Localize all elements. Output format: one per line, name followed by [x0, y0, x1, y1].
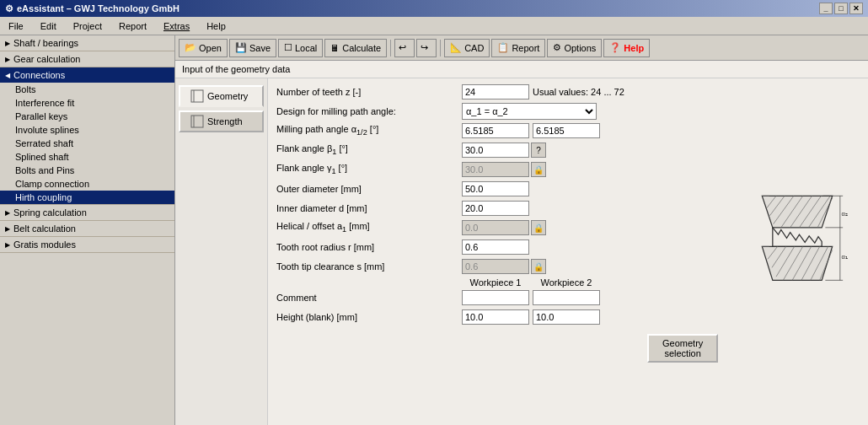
sidebar-section-belt: ▶ Belt calculation	[0, 221, 174, 237]
height1-input[interactable]	[462, 309, 529, 325]
inner-diameter-input[interactable]	[462, 201, 529, 216]
report-button[interactable]: 📋 Report	[491, 39, 545, 57]
sidebar-item-spring-calculation[interactable]: ▶ Spring calculation	[0, 205, 174, 220]
sidebar-item-serrated-shaft[interactable]: Serrated shaft	[0, 137, 174, 150]
helical-offset-input[interactable]	[462, 220, 529, 235]
comment1-input[interactable]	[462, 290, 529, 305]
milling-path-input2[interactable]	[533, 123, 600, 138]
helical-offset-label: Helical / offset a1 [mm]	[276, 221, 462, 234]
sidebar-item-hirth-coupling[interactable]: Hirth coupling	[0, 191, 174, 204]
milling-path-row: Milling path angle α1/2 [°]	[276, 122, 718, 139]
sidebar-item-gratis-modules[interactable]: ▶ Gratis modules	[0, 237, 174, 252]
helical-offset-row: Helical / offset a1 [mm] 🔒	[276, 219, 718, 236]
flank-angle-g-input[interactable]	[462, 162, 529, 177]
sidebar-item-belt-calculation[interactable]: ▶ Belt calculation	[0, 221, 174, 236]
arrow-icon: ▶	[5, 209, 10, 217]
tooth-root-radius-label: Tooth root radius r [mm]	[276, 242, 462, 252]
separator-1	[390, 40, 391, 56]
menu-project[interactable]: Project	[68, 19, 107, 33]
outer-diameter-row: Outer diameter [mm]	[276, 180, 718, 197]
num-teeth-row: Number of teeth z [-] Usual values: 24 .…	[276, 83, 718, 100]
tooth-root-radius-input[interactable]	[462, 239, 529, 255]
sidebar-item-connections[interactable]: ◀ Connections	[0, 67, 174, 83]
maximize-button[interactable]: □	[834, 3, 848, 14]
flank-angle-b-row: Flank angle β1 [°] ?	[276, 142, 718, 159]
tooth-tip-clearance-input[interactable]	[462, 259, 529, 274]
outer-diameter-label: Outer diameter [mm]	[276, 184, 462, 194]
sidebar-section-connections: ◀ Connections Bolts Interference fit Par…	[0, 67, 174, 205]
local-button[interactable]: ☐ Local	[278, 39, 323, 57]
height-blank-label: Height (blank) [mm]	[276, 312, 462, 322]
hirth-cad-svg: α₂ α₁	[734, 189, 860, 315]
num-teeth-input[interactable]	[462, 84, 529, 100]
sidebar-item-parallel-keys[interactable]: Parallel keys	[0, 110, 174, 123]
calculate-button[interactable]: 🖩 Calculate	[324, 39, 387, 57]
comment-row: Comment	[276, 289, 718, 306]
main-layout: ▶ Shaft / bearings ▶ Gear calculation ◀ …	[0, 35, 868, 425]
undo-icon: ↩	[399, 42, 406, 53]
arrow-icon: ▶	[5, 225, 10, 233]
menu-report[interactable]: Report	[114, 19, 152, 33]
sidebar-label-shaft: Shaft / bearings	[13, 38, 78, 48]
app-icon: ⚙	[5, 3, 13, 14]
sidebar-item-splined-shaft[interactable]: Splined shaft	[0, 150, 174, 164]
help-button[interactable]: ❓ Help	[603, 39, 650, 57]
flank-angle-b-input[interactable]	[462, 143, 529, 158]
report-icon: 📋	[497, 42, 509, 53]
sidebar: ▶ Shaft / bearings ▶ Gear calculation ◀ …	[0, 35, 175, 425]
save-icon: 💾	[235, 42, 247, 53]
cad-button[interactable]: 📐 CAD	[444, 39, 490, 57]
menu-help[interactable]: Help	[201, 19, 231, 33]
separator-2	[440, 40, 441, 56]
tab-geometry[interactable]: Geometry	[179, 85, 264, 107]
outer-diameter-input[interactable]	[462, 181, 529, 196]
minimize-button[interactable]: _	[819, 3, 833, 14]
design-angle-select[interactable]: α_1 = α_2	[462, 103, 597, 120]
save-button[interactable]: 💾 Save	[229, 39, 276, 57]
sidebar-item-shaft-bearings[interactable]: ▶ Shaft / bearings	[0, 35, 174, 51]
lock-icon: 🔒	[533, 262, 544, 272]
workpiece1-header: Workpiece 1	[462, 277, 529, 288]
geometry-selection-button[interactable]: Geometry selection	[647, 334, 718, 363]
sidebar-section-gear: ▶ Gear calculation	[0, 51, 174, 67]
sidebar-item-bolts-pins[interactable]: Bolts and Pins	[0, 164, 174, 177]
tooth-root-radius-row: Tooth root radius r [mm]	[276, 239, 718, 256]
undo-button[interactable]: ↩	[394, 39, 415, 57]
menu-extras[interactable]: Extras	[158, 19, 195, 33]
arrow-icon: ▶	[5, 241, 10, 249]
flank-angle-b-help-btn[interactable]: ?	[531, 143, 546, 158]
titlebar: ⚙ eAssistant – GWJ Technology GmbH _ □ ✕	[0, 0, 868, 17]
svg-text:α₁: α₁	[841, 253, 847, 261]
sidebar-item-gear-calculation[interactable]: ▶ Gear calculation	[0, 51, 174, 67]
menu-file[interactable]: File	[3, 19, 29, 33]
window-controls[interactable]: _ □ ✕	[819, 3, 863, 14]
close-button[interactable]: ✕	[849, 3, 863, 14]
redo-icon: ↪	[421, 42, 428, 53]
milling-path-input1[interactable]	[462, 123, 529, 138]
tooth-tip-clearance-lock-btn[interactable]: 🔒	[531, 259, 546, 274]
sidebar-item-clamp-connection[interactable]: Clamp connection	[0, 177, 174, 191]
redo-button[interactable]: ↪	[416, 39, 437, 57]
sidebar-item-interference-fit[interactable]: Interference fit	[0, 96, 174, 110]
sidebar-label-belt: Belt calculation	[13, 223, 76, 234]
height2-input[interactable]	[533, 309, 600, 325]
menu-edit[interactable]: Edit	[35, 19, 62, 33]
design-angle-row: Design for milling path angle: α_1 = α_2	[276, 103, 718, 120]
helical-offset-lock-btn[interactable]: 🔒	[531, 220, 546, 235]
inner-diameter-row: Inner diameter d [mm]	[276, 200, 718, 217]
svg-rect-2	[191, 116, 203, 127]
menubar: File Edit Project Report Extras Help	[0, 17, 868, 35]
sidebar-item-bolts[interactable]: Bolts	[0, 83, 174, 96]
flank-angle-g-lock-btn[interactable]: 🔒	[531, 162, 546, 177]
sidebar-item-involute-splines[interactable]: Involute splines	[0, 123, 174, 137]
options-button[interactable]: ⚙ Options	[547, 39, 602, 57]
calculate-icon: 🖩	[330, 43, 340, 53]
tab-strength[interactable]: Strength	[179, 110, 264, 132]
open-button[interactable]: 📂 Open	[179, 39, 228, 57]
comment-label: Comment	[276, 293, 462, 303]
arrow-icon: ▶	[5, 56, 10, 63]
height-blank-row: Height (blank) [mm]	[276, 309, 718, 325]
app-title: eAssistant – GWJ Technology GmbH	[17, 3, 179, 13]
comment2-input[interactable]	[533, 290, 600, 305]
sidebar-label-gear: Gear calculation	[13, 54, 81, 64]
